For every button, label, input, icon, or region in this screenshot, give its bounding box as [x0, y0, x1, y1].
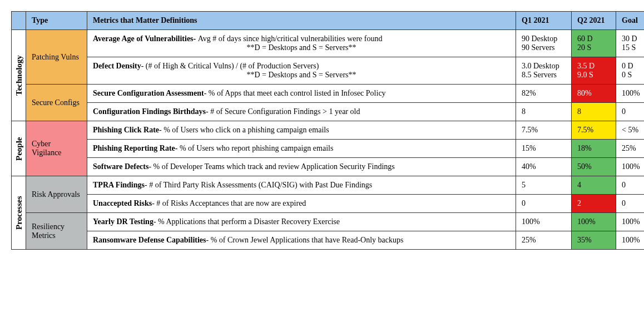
- q1-value: 82%: [516, 85, 572, 103]
- metric-title: Secure Configuration Assessment: [93, 89, 204, 97]
- metric-desc: - # of Secure Configuration Findings > 1…: [206, 107, 360, 116]
- type-secure-configs: Secure Configs: [26, 85, 87, 121]
- metric-desc: - % of Crown Jewel Applications that hav…: [206, 236, 404, 244]
- metric-title: Phishing Reporting Rate: [93, 144, 175, 152]
- metric-secure-config-assessment: Secure Configuration Assessment- % of Ap…: [87, 85, 516, 103]
- metric-desc: - % of Developer Teams which track and r…: [148, 162, 394, 171]
- q1-value: 15%: [516, 140, 572, 158]
- q2-value: 80%: [572, 85, 616, 103]
- category-technology: Technology: [12, 30, 26, 121]
- q2-value: 35%: [572, 231, 616, 250]
- metric-note: **D = Desktops and S = Servers**: [93, 71, 510, 80]
- q2-value: 3.5 D 9.0 S: [572, 57, 616, 85]
- metric-title: TPRA Findings: [93, 181, 145, 189]
- metric-software-defects: Software Defects- % of Developer Teams w…: [87, 158, 516, 176]
- metric-defect-density: Defect Density- (# of High & Critical Vu…: [87, 57, 516, 85]
- goal-value: 25%: [616, 140, 645, 158]
- goal-value: 0: [616, 176, 645, 195]
- q2-value: 60 D 20 S: [572, 30, 616, 57]
- q1-value: 25%: [516, 231, 572, 250]
- metric-yearly-dr-testing: Yearly DR Testing- % Applications that p…: [87, 213, 516, 231]
- metric-title: Unaccepted Risks: [93, 199, 152, 207]
- table-row: Software Defects- % of Developer Teams w…: [12, 158, 645, 176]
- q1-value: 100%: [516, 213, 572, 231]
- metric-desc: - % of Users who report phishing campaig…: [175, 144, 334, 152]
- goal-value: 100%: [616, 158, 645, 176]
- type-patching-vulns: Patching Vulns: [26, 30, 87, 85]
- metric-phishing-click-rate: Phishing Click Rate- % of Users who clic…: [87, 121, 516, 140]
- q1-value: 40%: [516, 158, 572, 176]
- q2-value: 18%: [572, 140, 616, 158]
- metric-desc: - (# of High & Critical Vulns) / (# of P…: [141, 62, 319, 70]
- goal-value: 100%: [616, 85, 645, 103]
- q2-value: 4: [572, 176, 616, 195]
- q1-value: 7.5%: [516, 121, 572, 140]
- table-row: Unaccepted Risks- # of Risks Acceptances…: [12, 195, 645, 213]
- metric-desc: - % Applications that perform a Disaster…: [153, 217, 340, 226]
- table-row: Resiliency Metrics Yearly DR Testing- % …: [12, 213, 645, 231]
- header-goal: Goal: [616, 12, 645, 30]
- goal-value: 100%: [616, 231, 645, 250]
- q1-value: 90 Desktop 90 Servers: [516, 30, 572, 57]
- type-resiliency-metrics: Resiliency Metrics: [26, 213, 87, 250]
- metric-title: Yearly DR Testing: [93, 217, 153, 226]
- table-row: Phishing Reporting Rate- % of Users who …: [12, 140, 645, 158]
- metric-unaccepted-risks: Unaccepted Risks- # of Risks Acceptances…: [87, 195, 516, 213]
- goal-value: 0: [616, 195, 645, 213]
- q2-value: 100%: [572, 213, 616, 231]
- metric-title: Configuration Findings Birthdays: [93, 107, 206, 116]
- table-row: Technology Patching Vulns Average Age of…: [12, 30, 645, 57]
- goal-value: 0 D 0 S: [616, 57, 645, 85]
- category-people: People: [12, 121, 26, 176]
- q1-value: 3.0 Desktop 8.5 Servers: [516, 57, 572, 85]
- table-row: People Cyber Vigilance Phishing Click Ra…: [12, 121, 645, 140]
- goal-value: 100%: [616, 213, 645, 231]
- metric-ransomware-defense: Ransomware Defense Capabilities- % of Cr…: [87, 231, 516, 250]
- category-processes: Processes: [12, 176, 26, 250]
- metric-desc: - # of Risks Acceptances that are now ar…: [152, 199, 306, 207]
- table-row: Processes Risk Approvals TPRA Findings- …: [12, 176, 645, 195]
- metric-config-findings-birthdays: Configuration Findings Birthdays- # of S…: [87, 103, 516, 121]
- q2-value: 7.5%: [572, 121, 616, 140]
- table-row: Configuration Findings Birthdays- # of S…: [12, 103, 645, 121]
- q2-value: 2: [572, 195, 616, 213]
- metric-title: Phishing Click Rate: [93, 126, 159, 134]
- goal-value: 0: [616, 103, 645, 121]
- header-q1: Q1 2021: [516, 12, 572, 30]
- q2-value: 8: [572, 103, 616, 121]
- metric-title: Software Defects: [93, 162, 148, 171]
- metric-title: Ransomware Defense Capabilities: [93, 236, 206, 244]
- header-metrics: Metrics that Matter Definitions: [87, 12, 516, 30]
- metric-desc: - % of Apps that meet each control liste…: [204, 89, 386, 97]
- metric-desc: - % of Users who click on a phishing cam…: [159, 126, 329, 134]
- type-risk-approvals: Risk Approvals: [26, 176, 87, 213]
- goal-value: 30 D 15 S: [616, 30, 645, 57]
- q1-value: 0: [516, 195, 572, 213]
- q2-value: 50%: [572, 158, 616, 176]
- header-type: Type: [26, 12, 87, 30]
- metrics-table: Type Metrics that Matter Definitions Q1 …: [11, 11, 644, 250]
- q1-value: 8: [516, 103, 572, 121]
- metric-title: Average Age of Vulnerabilities-: [93, 34, 198, 43]
- table-row: Defect Density- (# of High & Critical Vu…: [12, 57, 645, 85]
- metric-tpra-findings: TPRA Findings- # of Third Party Risk Ass…: [87, 176, 516, 195]
- table-row: Secure Configs Secure Configuration Asse…: [12, 85, 645, 103]
- metric-desc: Avg # of days since high/critical vulner…: [198, 34, 383, 43]
- metric-desc: - # of Third Party Risk Assessments (CAI…: [145, 181, 372, 189]
- metric-note: **D = Desktops and S = Servers**: [93, 43, 510, 52]
- header-row: Type Metrics that Matter Definitions Q1 …: [12, 12, 645, 30]
- table-row: Ransomware Defense Capabilities- % of Cr…: [12, 231, 645, 250]
- metric-avg-age-vulns: Average Age of Vulnerabilities- Avg # of…: [87, 30, 516, 57]
- header-blank: [12, 12, 26, 30]
- header-q2: Q2 2021: [572, 12, 616, 30]
- metric-title: Defect Density: [93, 62, 141, 70]
- goal-value: < 5%: [616, 121, 645, 140]
- type-cyber-vigilance: Cyber Vigilance: [26, 121, 87, 176]
- metric-phishing-reporting-rate: Phishing Reporting Rate- % of Users who …: [87, 140, 516, 158]
- q1-value: 5: [516, 176, 572, 195]
